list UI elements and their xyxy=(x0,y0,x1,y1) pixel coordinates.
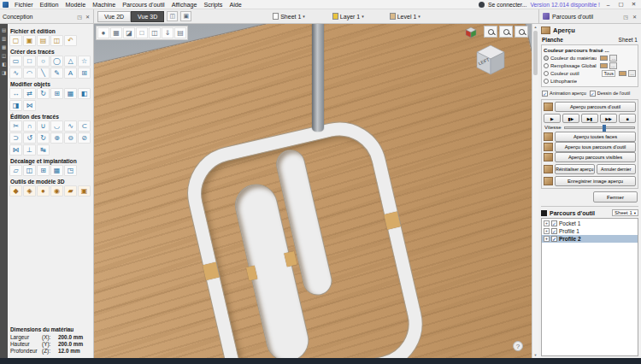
zoom-window-icon[interactable] xyxy=(484,26,497,38)
checkbox-icon[interactable] xyxy=(551,236,557,242)
tool-icon[interactable]: ∿ xyxy=(9,68,22,79)
pin-icon[interactable]: ◳ xyxy=(76,14,83,20)
toolpath-sheet-dropdown[interactable]: Sheet 1 ▾ xyxy=(612,209,638,216)
tool-icon[interactable]: ↹ xyxy=(37,144,50,156)
viewport-3d[interactable]: ●▦◪□◫⇓▤ LEFT ? xyxy=(94,24,532,358)
transport-button[interactable]: ▶ xyxy=(544,114,561,123)
menu-item[interactable]: Machine xyxy=(89,1,119,9)
tool-icon[interactable]: ⊘ xyxy=(78,132,91,144)
tool-icon[interactable]: ◈ xyxy=(23,185,36,197)
save-preview-image-button[interactable]: Enregistrer image aperçu xyxy=(555,176,636,186)
undo-last-button[interactable]: Annuler dernier xyxy=(597,164,637,174)
tool-icon[interactable]: □ xyxy=(23,56,36,67)
tool-icon[interactable]: ✂ xyxy=(9,120,22,132)
tool-icon[interactable]: ▦ xyxy=(50,165,63,176)
fill-color-option[interactable]: Couleur du matériau … xyxy=(544,54,636,62)
help-button[interactable]: ? xyxy=(513,341,523,351)
menu-item[interactable]: Edition xyxy=(37,1,62,9)
pin-icon[interactable]: ◳ xyxy=(622,14,629,20)
minimize-button[interactable]: – xyxy=(603,2,613,8)
scrollbar-thumb[interactable] xyxy=(533,31,538,75)
tab-view-3d[interactable]: Vue 3D xyxy=(131,11,164,22)
single-window-icon[interactable]: ▣ xyxy=(180,11,191,21)
canvas-tool-icon[interactable]: ● xyxy=(97,27,109,38)
color-swatch[interactable] xyxy=(619,71,626,76)
toolpath-item[interactable]: Profile 1 xyxy=(542,227,638,235)
transport-button[interactable]: ■ xyxy=(619,114,636,123)
tool-icon[interactable]: ⊃ xyxy=(9,132,22,144)
tool-icon[interactable]: ☆ xyxy=(78,56,91,67)
tool-icon[interactable]: ◫ xyxy=(23,165,36,176)
radio-icon[interactable] xyxy=(544,63,549,68)
tool-icon[interactable]: ⊕ xyxy=(50,132,63,144)
tool-icon[interactable]: ⊞ xyxy=(37,165,50,176)
canvas-tool-icon[interactable]: □ xyxy=(136,27,148,38)
radio-icon[interactable] xyxy=(544,79,549,84)
slider-handle[interactable] xyxy=(603,125,606,132)
split-window-icon[interactable]: ◫ xyxy=(167,11,178,21)
dock-tab-icon[interactable]: ▤ xyxy=(2,27,6,32)
expand-icon[interactable] xyxy=(544,220,550,226)
version-update-link[interactable]: Version 12.014 disponible ! xyxy=(530,2,600,8)
level-dropdown[interactable]: Level 1 ▾ xyxy=(387,12,423,21)
tool-icon[interactable]: ▢ xyxy=(9,35,22,46)
tool-icon[interactable]: ▱ xyxy=(9,165,22,176)
canvas-tool-icon[interactable]: ▦ xyxy=(110,27,122,38)
dock-tab-icon[interactable]: ▦ xyxy=(2,44,6,50)
sheet-dropdown[interactable]: Sheet 1 ▾ xyxy=(270,12,308,21)
menu-item[interactable]: Parcours d'outil xyxy=(119,1,168,9)
transport-button[interactable]: ▶▮ xyxy=(581,114,598,123)
expand-icon[interactable] xyxy=(544,236,550,242)
checkbox-icon[interactable] xyxy=(551,228,557,234)
tool-icon[interactable]: ◠ xyxy=(23,68,36,79)
menu-item[interactable]: Affichage xyxy=(168,1,201,9)
tool-icon[interactable]: ∿ xyxy=(64,120,77,132)
tool-icon[interactable]: ▰ xyxy=(64,185,77,197)
zoom-fit-icon[interactable] xyxy=(515,26,528,38)
tool-icon[interactable]: ✎ xyxy=(50,68,63,79)
tool-icon[interactable]: ↶ xyxy=(64,35,77,46)
transport-button[interactable]: ▶▶ xyxy=(600,114,617,123)
tool-icon[interactable]: ◆ xyxy=(9,185,22,197)
panel-close-icon[interactable]: ✕ xyxy=(632,14,638,20)
canvas-tool-icon[interactable]: ◪ xyxy=(123,27,135,38)
speed-slider[interactable] xyxy=(564,126,635,129)
tool-filter-dropdown[interactable]: Tous xyxy=(602,70,615,77)
tool-icon[interactable]: ⋈ xyxy=(23,100,36,111)
view-orientation-cube[interactable]: LEFT xyxy=(473,43,508,77)
radio-icon[interactable] xyxy=(544,56,549,61)
tool-icon[interactable]: ⊖ xyxy=(64,132,77,144)
tool-icon[interactable]: A xyxy=(64,68,77,79)
tool-icon[interactable]: ↔ xyxy=(9,88,22,99)
reset-preview-button[interactable]: Réinitialiser aperçu xyxy=(555,164,595,174)
color-swatch[interactable] xyxy=(600,63,608,68)
tool-icon[interactable]: ↻ xyxy=(37,88,50,99)
preview-toolpath-button[interactable]: Aperçu parcours d'outil xyxy=(555,102,636,112)
transport-button[interactable]: ▮▶ xyxy=(562,114,579,123)
tool-icon[interactable]: ↺ xyxy=(23,132,36,144)
tool-icon[interactable]: ▣ xyxy=(23,35,36,46)
preview-action-button[interactable]: Aperçu tous parcours d'outil xyxy=(555,142,636,152)
maximize-button[interactable]: ▢ xyxy=(616,1,626,8)
scroll-up-arrow[interactable]: ▲ xyxy=(532,25,538,29)
tool-icon[interactable]: ╲ xyxy=(37,68,50,79)
preview-action-button[interactable]: Aperçu parcours visibles xyxy=(555,152,636,162)
tool-icon[interactable]: ○ xyxy=(37,56,50,67)
radio-icon[interactable] xyxy=(544,71,549,76)
tool-icon[interactable]: ∪ xyxy=(37,120,50,132)
checkbox-icon[interactable] xyxy=(590,91,596,97)
fill-color-option[interactable]: Lithophanie … xyxy=(544,77,636,85)
panel-close-icon[interactable]: ✕ xyxy=(85,14,91,20)
tool-icon[interactable]: ⇄ xyxy=(23,88,36,99)
tool-icon[interactable]: ◫ xyxy=(50,35,63,46)
tool-icon[interactable]: ▭ xyxy=(9,56,22,67)
tool-icon[interactable]: ∩ xyxy=(23,120,36,132)
tab-view-2d[interactable]: Vue 2D xyxy=(97,11,131,22)
preview-action-button[interactable]: Aperçu toutes faces xyxy=(555,132,636,142)
toolpath-item[interactable]: Profile 2 xyxy=(542,235,638,243)
tool-icon[interactable]: ⊞ xyxy=(50,88,63,99)
tool-icon[interactable]: ▣ xyxy=(78,185,91,197)
checkbox-icon[interactable] xyxy=(542,91,548,97)
tool-icon[interactable]: ⊂ xyxy=(78,120,91,132)
scroll-down-arrow[interactable]: ▼ xyxy=(532,353,538,357)
